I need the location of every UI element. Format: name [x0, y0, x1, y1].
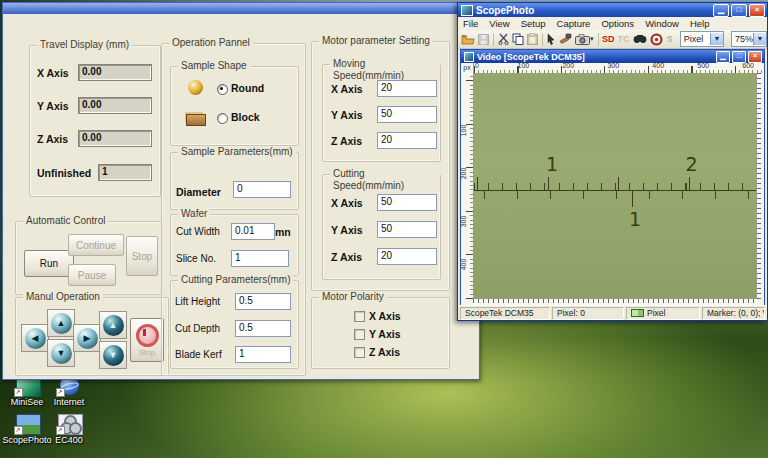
group-title: Motor Polarity [319, 291, 387, 303]
move-up-button[interactable]: ▲ [47, 309, 75, 337]
status-bar: ScopeTek DCM35 Pixel: 0 Pixel Marker: (0… [458, 305, 767, 320]
round-label: Round [231, 82, 264, 94]
moving-speed-z-field[interactable]: 20 [377, 132, 437, 149]
polarity-y-checkbox[interactable] [354, 329, 365, 340]
cut-width-field[interactable]: 0.01 [231, 223, 275, 240]
block-radio[interactable] [217, 113, 228, 124]
y-axis-label: Y Axis [37, 100, 69, 112]
pause-button[interactable]: Pause [68, 264, 116, 286]
cut-depth-field[interactable]: 0.5 [235, 320, 291, 337]
z-down-button[interactable]: ▼ [99, 341, 127, 369]
cut-icon[interactable] [498, 32, 509, 47]
control-window-titlebar[interactable] [3, 3, 479, 14]
diameter-label: Diameter [176, 186, 221, 198]
save-icon[interactable] [478, 32, 489, 47]
tc-button[interactable]: TC [618, 32, 630, 47]
micrometer-lower-ticks [474, 190, 756, 199]
open-icon[interactable] [461, 32, 475, 47]
binoculars-icon[interactable] [633, 32, 647, 47]
menu-setup[interactable]: Setup [521, 18, 546, 29]
menu-capture[interactable]: Capture [557, 18, 591, 29]
scale-number: 1 [629, 209, 641, 229]
continue-button[interactable]: Continue [68, 234, 124, 256]
menu-view[interactable]: View [489, 18, 509, 29]
group-title: Wafer [178, 208, 210, 220]
move-down-button[interactable]: ▼ [47, 339, 75, 367]
control-app-window: Travel Display (mm) X Axis 0.00 Y Axis 0… [2, 2, 480, 380]
desktop-icon-label: EC400 [42, 435, 96, 445]
toolbar-separator [493, 33, 494, 46]
sample-parameters-group: Sample Parameters(mm) Diameter 0 [170, 152, 299, 210]
slice-no-field[interactable]: 1 [231, 250, 289, 267]
menu-bar: File View Setup Capture Options Window H… [458, 17, 767, 31]
pointer-icon[interactable] [546, 32, 556, 47]
moving-speed-x-field[interactable]: 20 [377, 80, 437, 97]
close-button[interactable]: × [748, 51, 762, 63]
minimize-button[interactable]: ▁ [713, 4, 729, 17]
cutting-speed-x-field[interactable]: 50 [377, 194, 437, 211]
scopephoto-titlebar[interactable]: ScopePhoto ▁ □ × [458, 3, 767, 17]
motor-setting-group: Motor parameter Setting Moving Speed(mm/… [311, 41, 450, 291]
minimize-button[interactable]: ▁ [716, 51, 730, 63]
ruler-tick-label: 600 [742, 62, 754, 69]
cutting-speed-z-field[interactable]: 20 [377, 248, 437, 265]
dropdown-caret-icon: ▾ [590, 35, 594, 43]
z-up-button[interactable]: ▲ [99, 311, 127, 339]
lift-height-field[interactable]: 0.5 [235, 293, 291, 310]
move-right-button[interactable]: ▶ [73, 324, 101, 352]
arrow-up-icon: ▲ [103, 315, 124, 336]
ruler-tick-label: 200 [460, 168, 467, 180]
copy-icon[interactable] [512, 32, 524, 47]
ruler-tick-label: 200 [562, 62, 574, 69]
mode-dropdown-value: Pixel [684, 34, 704, 44]
close-button[interactable]: × [749, 4, 765, 17]
group-title: Moving Speed(mm/min) [330, 58, 440, 82]
manual-stop-button[interactable]: Stop [130, 318, 164, 362]
camera-icon[interactable]: ▾ [575, 32, 594, 47]
group-title: Sample Parameters(mm) [178, 146, 296, 158]
menu-file[interactable]: File [463, 18, 478, 29]
group-title: Motor parameter Setting [319, 35, 433, 47]
move-left-button[interactable]: ◀ [21, 324, 49, 352]
s-button[interactable]: S [666, 32, 674, 47]
ruler-tick-label: 500 [697, 62, 709, 69]
menu-options[interactable]: Options [601, 18, 634, 29]
shortcut-arrow-icon: ↗ [14, 388, 23, 397]
maximize-button[interactable]: □ [732, 51, 746, 63]
record-icon[interactable] [650, 32, 663, 47]
menu-window[interactable]: Window [645, 18, 679, 29]
desktop-icon-label: Internet [42, 397, 96, 407]
diameter-field[interactable]: 0 [233, 181, 291, 198]
blade-kerf-field[interactable]: 1 [235, 346, 291, 363]
ruler-tick-label: 100 [460, 125, 467, 137]
round-radio[interactable] [217, 84, 228, 95]
polarity-z-checkbox[interactable] [354, 347, 365, 358]
z-axis-label: Z Axis [331, 251, 362, 263]
maximize-button[interactable]: □ [731, 4, 747, 17]
moving-speed-group: Moving Speed(mm/min) X Axis 20 Y Axis 50… [322, 64, 441, 162]
video-view[interactable]: 1 2 1 [474, 73, 756, 298]
tools-icon[interactable] [559, 32, 572, 47]
toolbar-separator [598, 33, 599, 46]
cutting-speed-y-field[interactable]: 50 [377, 221, 437, 238]
micrometer-major-ticks [474, 177, 756, 190]
moving-speed-y-field[interactable]: 50 [377, 106, 437, 123]
blade-kerf-label: Blade Kerf [175, 349, 222, 361]
stop-button[interactable]: Stop [126, 236, 158, 276]
paste-icon[interactable] [527, 32, 538, 47]
shortcut-arrow-icon: ↗ [14, 426, 23, 435]
ruler-tick-label: 400 [652, 62, 664, 69]
status-unit: Pixel [647, 308, 665, 318]
run-button[interactable]: Run [24, 250, 74, 277]
menu-help[interactable]: Help [690, 18, 710, 29]
sd-button[interactable]: SD [602, 32, 615, 47]
zoom-dropdown[interactable]: 75% ▼ [731, 31, 767, 47]
group-title: Cutting Speed(mm/min) [330, 168, 440, 192]
status-device: ScopeTek DCM35 [460, 307, 550, 320]
ruler-tick-label: 400 [460, 258, 467, 270]
desktop-icon-ec400[interactable]: ↗ EC400 [42, 414, 96, 445]
wafer-group: Wafer Cut Width 0.01 mn Slice No. 1 [170, 214, 299, 276]
mode-dropdown[interactable]: Pixel ▼ [680, 31, 724, 47]
polarity-x-checkbox[interactable] [354, 311, 365, 322]
desktop-icon-internet[interactable]: ↗ Internet [42, 376, 96, 407]
